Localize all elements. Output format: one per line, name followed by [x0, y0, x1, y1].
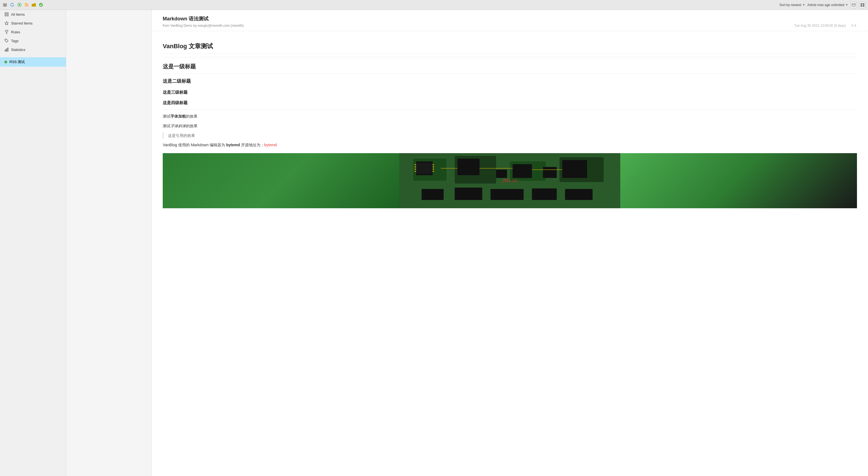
statistics-icon	[4, 47, 9, 52]
sidebar-item-all-items[interactable]: All Items	[0, 10, 66, 19]
svg-rect-46	[422, 189, 444, 200]
bold-para-suffix: 的效果	[186, 114, 197, 118]
svg-rect-31	[416, 163, 433, 174]
menu-icon[interactable]	[2, 2, 8, 8]
feed-rss-test[interactable]: RSS 测试	[0, 57, 66, 67]
article-list	[66, 10, 152, 476]
divider-1	[163, 57, 857, 57]
starred-items-label: Starred Items	[11, 21, 33, 25]
main-layout: All Items Starred Items Rules	[0, 10, 868, 476]
blockquote-text: 这是引用的效果	[168, 133, 195, 138]
svg-point-20	[5, 40, 6, 40]
svg-rect-42	[433, 171, 434, 172]
svg-rect-10	[863, 3, 864, 5]
svg-rect-37	[415, 169, 416, 170]
refresh-icon[interactable]	[9, 2, 15, 8]
folder-icon[interactable]	[31, 2, 36, 8]
svg-rect-41	[433, 169, 434, 170]
svg-marker-17	[5, 22, 8, 25]
svg-rect-12	[863, 5, 864, 7]
link-para-bold: bytemd	[226, 143, 240, 147]
check-icon[interactable]	[38, 2, 43, 8]
rules-icon	[4, 30, 9, 34]
svg-rect-14	[7, 13, 8, 14]
svg-rect-21	[5, 50, 6, 51]
article-image-container: j301.cn	[163, 153, 857, 208]
link-para-middle: 开源地址为：	[240, 143, 264, 147]
svg-rect-43	[496, 170, 507, 178]
svg-rect-33	[513, 164, 532, 178]
article-italic-para: 测试字体斜体的效果	[163, 123, 857, 130]
sort-label: Sort by newest	[779, 3, 801, 7]
svg-rect-32	[458, 159, 479, 175]
add-icon[interactable]	[17, 2, 22, 8]
svg-rect-22	[6, 49, 7, 51]
italic-text: 字体斜体	[170, 124, 186, 128]
feed-rss-test-label: RSS 测试	[9, 60, 25, 64]
svg-rect-36	[415, 166, 416, 168]
italic-para-suffix: 的效果	[186, 124, 197, 128]
feed-active-dot	[4, 61, 7, 63]
tags-label: Tags	[11, 39, 19, 43]
article-number: # 4.	[851, 24, 857, 28]
article-meta: from VanBlog Demo by wanglu@mereith.com …	[163, 24, 857, 28]
link-para-prefix: VanBlog 使用的 Markdown 编辑器为	[163, 143, 226, 147]
bold-para-prefix: 测试	[163, 114, 170, 118]
article-link-para: VanBlog 使用的 Markdown 编辑器为 bytemd 开源地址为：b…	[163, 142, 857, 148]
article-body: VanBlog 文章测试 这是一级标题 这是二级标题 这是三级标题 这是四级标题…	[152, 31, 868, 218]
svg-rect-38	[415, 171, 416, 172]
all-items-label: All Items	[11, 12, 25, 16]
svg-rect-50	[565, 189, 593, 200]
article-bold-para: 测试字体加粗的效果	[163, 113, 857, 120]
sidebar: All Items Starred Items Rules	[0, 10, 66, 476]
sidebar-item-rules[interactable]: Rules	[0, 28, 66, 36]
svg-rect-48	[491, 189, 524, 200]
age-label: Article max age unlimited	[807, 3, 844, 7]
statistics-label: Statistics	[11, 48, 25, 52]
svg-rect-2	[3, 6, 7, 6]
circuit-board-image	[163, 153, 857, 208]
article-h5: 这是四级标题	[163, 99, 857, 106]
rss-icon[interactable]	[24, 2, 29, 8]
svg-rect-9	[861, 3, 862, 5]
svg-rect-35	[415, 164, 416, 165]
svg-rect-39	[433, 164, 434, 165]
bytemd-link[interactable]: bytemd	[264, 143, 277, 147]
toolbar-right: Sort by newest ▼ Article max age unlimit…	[779, 2, 866, 8]
article-blockquote: 这是引用的效果	[163, 133, 857, 139]
article-title: Markdown 语法测试	[163, 15, 857, 22]
age-control[interactable]: Article max age unlimited ▼	[807, 3, 848, 7]
sidebar-item-starred[interactable]: Starred Items	[0, 19, 66, 28]
svg-rect-15	[5, 15, 6, 16]
article-source: from VanBlog Demo by wanglu@mereith.com …	[163, 24, 244, 28]
article-h1: VanBlog 文章测试	[163, 41, 857, 54]
article-header: Markdown 语法测试 from VanBlog Demo by wangl…	[152, 10, 868, 31]
article-h4: 这是三级标题	[163, 89, 857, 96]
svg-rect-11	[861, 5, 862, 7]
svg-rect-1	[3, 5, 7, 5]
article-date: Tue Aug 30 2022 13:09:50 (5 days)	[794, 24, 846, 28]
toolbar: Sort by newest ▼ Article max age unlimit…	[0, 0, 868, 10]
bold-text: 字体加粗	[170, 114, 186, 118]
svg-rect-0	[3, 4, 7, 4]
svg-point-6	[25, 5, 26, 7]
svg-rect-49	[532, 189, 557, 200]
svg-rect-44	[543, 167, 557, 178]
svg-rect-16	[7, 15, 8, 16]
divider-2	[163, 109, 857, 110]
view-toggle-btn[interactable]	[859, 2, 866, 8]
sidebar-item-statistics[interactable]: Statistics	[0, 45, 66, 54]
sidebar-item-tags[interactable]: Tags	[0, 36, 66, 45]
article-h2: 这是一级标题	[163, 62, 857, 73]
italic-para-prefix: 测试	[163, 124, 170, 128]
svg-rect-13	[5, 13, 6, 14]
rules-label: Rules	[11, 30, 20, 34]
svg-rect-40	[433, 166, 434, 168]
email-btn[interactable]	[850, 2, 857, 8]
svg-rect-34	[562, 160, 587, 178]
svg-rect-23	[7, 48, 8, 51]
svg-point-7	[39, 3, 43, 7]
sort-control[interactable]: Sort by newest ▼	[779, 3, 805, 7]
star-icon	[4, 21, 9, 25]
age-dropdown-arrow: ▼	[845, 3, 848, 6]
